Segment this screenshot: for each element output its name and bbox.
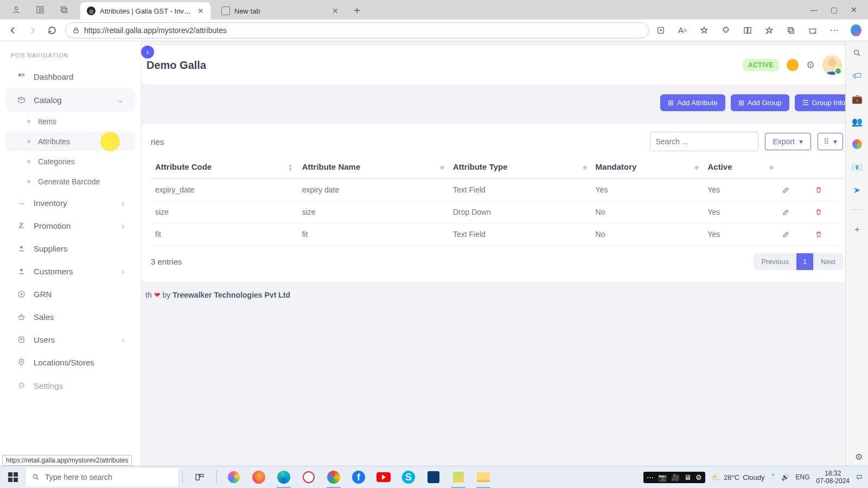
search-icon[interactable] — [852, 48, 863, 59]
settings-gear-button[interactable]: ⚙ — [806, 59, 815, 71]
taskbar-firefox-icon[interactable] — [251, 469, 267, 485]
edit-row-button[interactable] — [778, 178, 810, 201]
table-search-input[interactable] — [650, 132, 758, 151]
maximize-button[interactable]: ▢ — [831, 5, 838, 14]
close-window-button[interactable]: ✕ — [851, 5, 857, 14]
view-grid-button[interactable]: ⠿ ▾ — [818, 133, 843, 150]
user-avatar[interactable] — [822, 55, 842, 75]
delete-row-button[interactable] — [810, 201, 843, 223]
group-info-button[interactable]: ☰ Group Info — [795, 94, 853, 111]
new-tab-button[interactable]: ＋ — [352, 3, 362, 17]
forward-button[interactable] — [26, 24, 39, 37]
taskbar-skype-icon[interactable]: S — [400, 469, 417, 485]
collections-icon[interactable] — [786, 25, 796, 36]
tray-clock[interactable]: 18:32 07-08-2024 — [816, 470, 850, 485]
col-header-type[interactable]: Attribute Type◆ — [449, 156, 591, 178]
nav-label: Suppliers — [34, 244, 68, 253]
sidebar-item-suppliers[interactable]: Suppliers — [5, 237, 135, 260]
delete-row-button[interactable] — [810, 178, 843, 201]
taskbar-copilot-icon[interactable] — [226, 469, 242, 485]
export-button[interactable]: Export ▾ — [765, 133, 811, 150]
split-screen-icon[interactable] — [742, 25, 753, 36]
more-menu-button[interactable]: ⋯ — [829, 25, 840, 36]
taskbar-store-icon[interactable] — [425, 469, 442, 485]
taskbar-youtube-icon[interactable] — [375, 469, 392, 485]
sidebar-subitem-generate-barcode[interactable]: Generate Barcode — [5, 172, 135, 191]
minimize-button[interactable]: — — [810, 5, 818, 14]
favorite-icon[interactable] — [699, 25, 710, 36]
edge-settings-icon[interactable]: ⚙ — [855, 452, 863, 462]
tab-actions-icon[interactable] — [59, 4, 69, 15]
caret-down-icon: ▾ — [833, 137, 837, 146]
back-button[interactable] — [7, 24, 20, 37]
edit-row-button[interactable] — [778, 201, 810, 223]
sidebar-item-promotion[interactable]: Z Promotion › — [5, 215, 135, 237]
office-icon[interactable] — [852, 139, 863, 150]
taskbar-explorer-icon[interactable] — [475, 469, 492, 485]
refresh-button[interactable] — [46, 24, 59, 37]
profile-icon[interactable] — [11, 4, 22, 15]
col-header-code[interactable]: Attribute Code▲▼ — [151, 156, 298, 178]
volume-icon[interactable]: 🔊 — [781, 473, 789, 481]
delete-row-button[interactable] — [810, 223, 843, 246]
taskbar-chrome-icon[interactable] — [326, 469, 342, 485]
favorites-list-icon[interactable] — [764, 25, 775, 36]
pagination-prev-button[interactable]: Previous — [754, 253, 796, 270]
shopping-icon[interactable] — [807, 25, 818, 36]
workspaces-icon[interactable] — [35, 4, 46, 15]
pagination-next-button[interactable]: Next — [813, 253, 843, 270]
extensions-icon[interactable] — [720, 25, 731, 36]
nav-label: Categories — [38, 157, 75, 166]
taskbar-app1-icon[interactable] — [450, 469, 467, 485]
briefcase-icon[interactable]: 💼 — [852, 93, 863, 104]
task-view-button[interactable] — [192, 469, 208, 485]
game-bar-widget[interactable]: ⋯ 📷 🎥 🖥 ⚙ — [643, 472, 705, 483]
tray-overflow-button[interactable]: ˄ — [771, 473, 775, 481]
start-button[interactable] — [0, 466, 26, 489]
taskbar-facebook-icon[interactable]: f — [350, 469, 367, 485]
coin-icon[interactable] — [787, 59, 799, 71]
sidebar-item-settings[interactable]: ⚙ Settings — [5, 374, 135, 397]
send-icon[interactable]: ➤ — [852, 184, 863, 195]
copilot-icon[interactable] — [851, 25, 861, 36]
sidebar-subitem-items[interactable]: Items — [5, 112, 135, 131]
taskbar-record-icon[interactable] — [301, 469, 317, 485]
sidebar-item-dashboard[interactable]: Dashboard — [5, 66, 135, 88]
add-tool-icon[interactable]: ＋ — [852, 224, 863, 235]
sidebar-toggle-button[interactable]: › — [141, 46, 154, 59]
taskbar-search[interactable]: Type here to search — [26, 468, 178, 486]
sidebar-item-catalog[interactable]: Catalog ⌄ — [5, 88, 135, 111]
col-header-name[interactable]: Attribute Name◆ — [298, 156, 449, 178]
tray-lang[interactable]: ENG — [796, 473, 810, 481]
tab-close-button[interactable]: ✕ — [332, 7, 339, 15]
sidebar-subitem-categories[interactable]: Categories — [5, 152, 135, 171]
nav-label: Items — [38, 117, 56, 126]
sidebar-item-inventory[interactable]: → Inventory › — [5, 192, 135, 214]
outlook-icon[interactable]: 📧 — [852, 162, 863, 172]
pagination-page-current[interactable]: 1 — [796, 253, 813, 270]
edit-row-button[interactable] — [778, 223, 810, 246]
add-attribute-button[interactable]: ⊞ Add Attribute — [660, 94, 725, 111]
notifications-button[interactable] — [856, 474, 863, 480]
browser-tab-inactive[interactable]: New tab ✕ — [215, 2, 345, 20]
sidebar-item-locations[interactable]: Locations/Stores — [5, 351, 135, 374]
sidebar-item-customers[interactable]: Customers › — [5, 260, 135, 282]
add-group-button[interactable]: ⊞ Add Group — [731, 94, 789, 111]
browser-tab-active[interactable]: ◎ Attributes | Galla GST - Inventory ✕ — [80, 2, 210, 20]
people-icon[interactable]: 👥 — [852, 116, 863, 127]
catalog-icon — [16, 96, 26, 104]
company-link[interactable]: Treewalker Technologies Pvt Ltd — [173, 291, 290, 299]
col-header-mandatory[interactable]: Mandatory◆ — [591, 156, 704, 178]
sidebar-item-users[interactable]: Users › — [5, 329, 135, 351]
taskbar-edge-icon[interactable] — [276, 469, 292, 485]
sidebar-item-sales[interactable]: Sales — [5, 306, 135, 328]
sidebar-subitem-attributes[interactable]: Attributes — [5, 132, 135, 151]
tab-close-button[interactable]: ✕ — [197, 7, 204, 15]
url-input[interactable]: https://retail.galla.app/mystorev2/attri… — [65, 22, 649, 38]
sidebar-item-grn[interactable]: GRN — [5, 283, 135, 305]
text-size-icon[interactable]: AA — [677, 25, 688, 36]
open-in-app-icon[interactable] — [655, 25, 666, 36]
weather-widget[interactable]: ⛅ 28°C Cloudy — [712, 473, 765, 481]
col-header-active[interactable]: Active◆ — [703, 156, 778, 178]
tag-icon[interactable]: 🏷 — [852, 70, 863, 81]
